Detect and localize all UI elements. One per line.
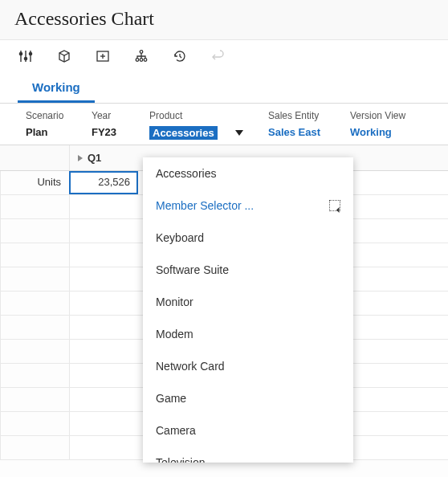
dropdown-item-network-card[interactable]: Network Card — [143, 350, 353, 382]
pov-product-label: Product — [149, 110, 252, 121]
cell-empty[interactable] — [69, 267, 138, 291]
cell-empty[interactable] — [69, 340, 138, 363]
grid-corner — [0, 145, 69, 170]
expand-icon[interactable] — [78, 155, 83, 161]
pov-version-view[interactable]: Version View Working — [342, 110, 430, 140]
pov-scenario-label: Scenario — [26, 110, 75, 121]
pov-year-value: FY23 — [92, 126, 133, 138]
toolbar — [0, 40, 448, 72]
pov-product-value[interactable]: Accessories — [149, 126, 218, 140]
undo-icon — [210, 48, 226, 64]
svg-point-10 — [136, 59, 139, 62]
cell-empty[interactable] — [69, 364, 138, 387]
pov-sales-entity[interactable]: Sales Entity Sales East — [260, 110, 342, 140]
history-icon[interactable] — [172, 48, 188, 64]
row-header-empty — [0, 388, 69, 411]
dropdown-item-camera[interactable]: Camera — [143, 414, 353, 446]
cell-units-q1[interactable]: 23,526 — [69, 171, 138, 194]
member-selector-icon — [329, 200, 340, 211]
page-title: Accessories Chart — [14, 8, 434, 30]
svg-point-9 — [140, 51, 143, 54]
row-header-empty — [0, 243, 69, 267]
dropdown-item-software-suite[interactable]: Software Suite — [143, 254, 353, 286]
member-selector-label: Member Selector ... — [156, 199, 254, 212]
row-header-units[interactable]: Units — [0, 171, 69, 194]
cell-empty[interactable] — [69, 292, 138, 315]
row-header-empty — [0, 292, 69, 315]
cell-empty[interactable] — [69, 219, 138, 243]
cube-icon[interactable] — [56, 48, 72, 64]
column-header-q1[interactable]: Q1 — [69, 145, 138, 170]
svg-point-5 — [29, 52, 31, 55]
pov-scenario: Scenario Plan — [18, 110, 83, 140]
tab-bar: Working — [0, 72, 448, 104]
dropdown-item-television[interactable]: Television — [143, 446, 353, 463]
dropdown-member-selector[interactable]: Member Selector ... — [143, 190, 353, 222]
cell-empty[interactable] — [69, 436, 138, 459]
chevron-down-icon[interactable] — [235, 130, 243, 136]
row-header-empty — [0, 219, 69, 243]
pov-year-label: Year — [92, 110, 133, 121]
pov-scenario-value: Plan — [26, 126, 75, 138]
tab-working[interactable]: Working — [18, 72, 95, 103]
dropdown-item-game[interactable]: Game — [143, 382, 353, 414]
pov-version-value[interactable]: Working — [350, 126, 422, 138]
settings-sliders-icon[interactable] — [18, 48, 34, 64]
pov-version-label: Version View — [350, 110, 422, 121]
add-panel-icon[interactable] — [95, 48, 111, 64]
dropdown-item-keyboard[interactable]: Keyboard — [143, 222, 353, 254]
row-header-empty — [0, 267, 69, 291]
svg-point-3 — [24, 57, 26, 59]
svg-point-12 — [144, 59, 147, 62]
pov-sales-label: Sales Entity — [268, 110, 334, 121]
hierarchy-icon[interactable] — [133, 48, 149, 64]
row-header-empty — [0, 195, 69, 218]
row-header-empty — [0, 436, 69, 459]
cell-empty[interactable] — [69, 243, 138, 267]
cell-empty[interactable] — [69, 195, 138, 218]
dropdown-item-accessories[interactable]: Accessories — [143, 157, 353, 190]
dropdown-item-monitor[interactable]: Monitor — [143, 286, 353, 318]
cell-empty[interactable] — [69, 388, 138, 411]
pov-bar: Scenario Plan Year FY23 Product Accessor… — [0, 104, 448, 145]
pov-year: Year FY23 — [83, 110, 141, 140]
row-header-empty — [0, 316, 69, 339]
svg-point-1 — [19, 52, 22, 55]
svg-point-11 — [140, 59, 143, 62]
row-header-empty — [0, 412, 69, 435]
product-dropdown[interactable]: Accessories Member Selector ... Keyboard… — [143, 157, 353, 463]
cell-empty[interactable] — [69, 412, 138, 435]
column-header-label: Q1 — [88, 152, 101, 164]
row-header-empty — [0, 364, 69, 387]
row-header-empty — [0, 340, 69, 363]
dropdown-item-modem[interactable]: Modem — [143, 318, 353, 350]
pov-product[interactable]: Product Accessories — [141, 110, 260, 140]
cell-empty[interactable] — [69, 316, 138, 339]
pov-sales-value[interactable]: Sales East — [268, 126, 334, 138]
title-bar: Accessories Chart — [0, 0, 448, 40]
